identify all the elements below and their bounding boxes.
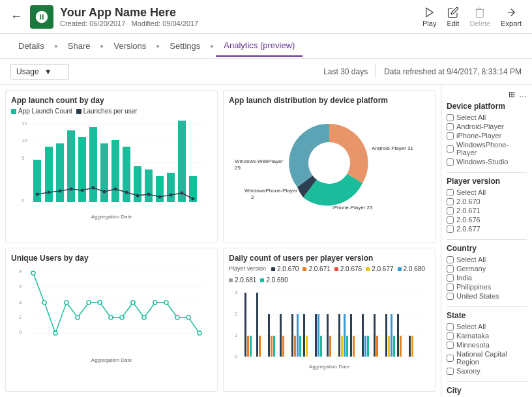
svg-text:Windows-WebPlayer: Windows-WebPlayer: [235, 158, 283, 164]
svg-point-30: [103, 190, 106, 194]
checkbox-2677[interactable]: [447, 226, 454, 233]
checkbox-2670[interactable]: [447, 198, 454, 205]
svg-rect-96: [297, 314, 299, 357]
sidebar-item-saxony[interactable]: Saxony: [447, 367, 527, 375]
sidebar-item-minnesota[interactable]: Minnesota: [447, 341, 527, 349]
checkbox-select-all-device[interactable]: [447, 114, 454, 121]
legend-dot-dark: [76, 109, 81, 114]
svg-rect-111: [362, 314, 364, 357]
player-version-section: Player version Select All 2.0.670 2.0.67…: [447, 177, 527, 233]
legend-dot-teal: [11, 109, 16, 114]
sidebar-item-philippines[interactable]: Philippines: [447, 283, 527, 291]
charts-area: App launch count by day App Launch Count…: [0, 85, 441, 397]
sidebar-item-iphone[interactable]: iPhone-Player: [447, 132, 527, 140]
checkbox-us[interactable]: [447, 293, 454, 300]
svg-point-60: [42, 301, 46, 304]
city-section: City Select All Bellevue Bengaluru Bothe…: [447, 386, 527, 397]
tab-share[interactable]: Share: [60, 36, 98, 56]
edit-button[interactable]: Edit: [447, 7, 459, 27]
svg-text:6: 6: [19, 284, 22, 289]
sidebar-divider-3: [447, 306, 527, 307]
date-range: Last 30 days: [323, 67, 368, 76]
svg-text:Aggregation Date: Aggregation Date: [309, 364, 350, 370]
sidebar-item-2671[interactable]: 2.0.671: [447, 207, 527, 214]
svg-rect-98: [303, 314, 305, 357]
checkbox-iphone[interactable]: [447, 132, 454, 140]
sidebar-item-windows-studio[interactable]: Windows-Studio: [447, 158, 527, 166]
delete-button[interactable]: Delete: [469, 7, 490, 27]
svg-rect-102: [320, 336, 322, 357]
checkbox-2676[interactable]: [447, 216, 454, 224]
svg-point-27: [70, 188, 73, 191]
sidebar-item-select-all-country[interactable]: Select All: [447, 256, 527, 263]
sidebar-item-us[interactable]: United States: [447, 292, 527, 300]
svg-rect-94: [291, 314, 293, 357]
svg-rect-90: [271, 336, 273, 357]
checkbox-windows-studio[interactable]: [447, 158, 454, 166]
checkbox-germany[interactable]: [447, 265, 454, 272]
export-button[interactable]: Export: [501, 7, 522, 27]
svg-text:11: 11: [22, 121, 27, 126]
sidebar-item-2670[interactable]: 2.0.670: [447, 198, 527, 205]
sidebar-item-2676[interactable]: 2.0.676: [447, 216, 527, 224]
sidebar-divider-1: [447, 172, 527, 173]
svg-text:3: 3: [235, 289, 238, 295]
svg-rect-88: [259, 336, 261, 357]
svg-rect-93: [282, 336, 284, 357]
checkbox-android[interactable]: [447, 123, 454, 130]
sidebar-item-select-all-state[interactable]: Select All: [447, 323, 527, 331]
sidebar-item-select-all-player[interactable]: Select All: [447, 188, 527, 196]
launch-count-chart: App launch count by day App Launch Count…: [5, 90, 218, 243]
svg-text:29: 29: [235, 165, 241, 171]
svg-rect-95: [294, 336, 296, 357]
device-platform-title: Device platform: [447, 102, 527, 111]
play-button[interactable]: Play: [422, 7, 436, 27]
checkbox-select-all-state[interactable]: [447, 323, 454, 331]
svg-point-65: [98, 301, 102, 304]
checkbox-minnesota[interactable]: [447, 342, 454, 349]
sidebar-item-ncr[interactable]: National Capital Region: [447, 350, 527, 366]
svg-point-68: [131, 301, 135, 304]
svg-rect-118: [391, 314, 392, 357]
checkbox-karnataka[interactable]: [447, 332, 454, 340]
daily-count-title: Daily count of users per player version: [229, 254, 430, 263]
tab-details[interactable]: Details: [10, 36, 52, 56]
tab-versions[interactable]: Versions: [106, 36, 154, 56]
svg-text:10: 10: [22, 138, 27, 143]
sidebar-item-select-all-device[interactable]: Select All: [447, 113, 527, 121]
checkbox-india[interactable]: [447, 274, 454, 282]
svg-text:0: 0: [19, 329, 22, 335]
nav-dot-4: [211, 45, 213, 48]
svg-point-31: [114, 188, 117, 191]
back-button[interactable]: ←: [10, 10, 22, 23]
svg-point-64: [87, 301, 91, 304]
svg-rect-101: [318, 314, 319, 357]
sidebar-item-android[interactable]: Android-Player: [447, 123, 527, 130]
svg-point-71: [164, 301, 168, 304]
checkbox-ncr[interactable]: [447, 355, 454, 362]
checkbox-select-all-player[interactable]: [447, 189, 454, 196]
sidebar-divider-2: [447, 239, 527, 240]
tab-analytics[interactable]: Analytics (preview): [216, 35, 303, 57]
svg-point-38: [192, 198, 195, 201]
sidebar-item-windowsphone[interactable]: WindowsPhone-Player: [447, 141, 527, 156]
checkbox-saxony[interactable]: [447, 368, 454, 375]
svg-rect-100: [315, 314, 317, 357]
svg-point-26: [59, 190, 62, 193]
sidebar-item-india[interactable]: India: [447, 274, 527, 282]
more-icon[interactable]: …: [519, 90, 527, 99]
checkbox-select-all-country[interactable]: [447, 256, 454, 263]
usage-dropdown[interactable]: Usage ▼: [10, 64, 69, 80]
grid-icon[interactable]: ⊞: [509, 90, 515, 99]
svg-rect-91: [273, 336, 275, 357]
sidebar-item-germany[interactable]: Germany: [447, 265, 527, 272]
checkbox-2671[interactable]: [447, 207, 454, 214]
checkbox-philippines[interactable]: [447, 284, 454, 291]
svg-point-33: [136, 194, 140, 198]
tab-settings[interactable]: Settings: [162, 36, 208, 56]
sidebar-item-karnataka[interactable]: Karnataka: [447, 332, 527, 340]
main-content: App launch count by day App Launch Count…: [0, 85, 532, 397]
checkbox-windowsphone[interactable]: [447, 145, 454, 153]
svg-rect-11: [56, 143, 64, 202]
sidebar-item-2677[interactable]: 2.0.677: [447, 225, 527, 233]
